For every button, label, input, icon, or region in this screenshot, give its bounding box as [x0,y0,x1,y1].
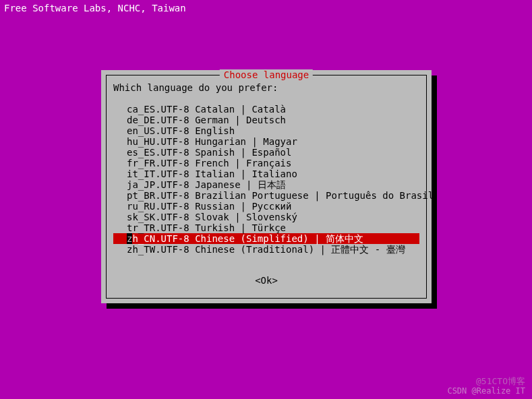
language-option[interactable]: sk_SK.UTF-8 Slovak | Slovenský [113,212,419,222]
language-option[interactable]: en_US.UTF-8 English [113,125,419,136]
language-option[interactable]: zh_TW.UTF-8 Chinese (Traditional) | 正體中文… [113,244,419,255]
dialog-title: Choose language [220,69,313,80]
dialog-border: Choose language Which language do you pr… [106,75,427,299]
watermark-csdn: CSDN @Realize IT [447,386,525,396]
dialog-prompt: Which language do you prefer: [113,82,278,93]
language-option[interactable]: hu_HU.UTF-8 Hungarian | Magyar [113,136,419,147]
header-text: Free Software Labs, NCHC, Taiwan [4,3,186,13]
language-dialog: Choose language Which language do you pr… [101,70,432,303]
language-option[interactable]: pt_BR.UTF-8 Brazilian Portuguese | Portu… [113,190,419,201]
language-option[interactable]: fr_FR.UTF-8 French | Français [113,158,419,168]
language-option[interactable]: ca_ES.UTF-8 Catalan | Català [113,104,419,115]
language-list[interactable]: ca_ES.UTF-8 Catalan | Catalàde_DE.UTF-8 … [113,104,419,255]
language-option[interactable]: de_DE.UTF-8 German | Deutsch [113,115,419,125]
language-option[interactable]: zh_CN.UTF-8 Chinese (Simplified) | 简体中文 [113,233,419,244]
language-option[interactable]: ja_JP.UTF-8 Japanese | 日本語 [113,179,419,190]
language-option[interactable]: es_ES.UTF-8 Spanish | Español [113,147,419,158]
language-option[interactable]: tr_TR.UTF-8 Turkish | Türkçe [113,222,419,233]
language-option[interactable]: ru_RU.UTF-8 Russian | Русский [113,201,419,212]
language-option[interactable]: it_IT.UTF-8 Italian | Italiano [113,168,419,179]
ok-button[interactable]: <Ok> [107,275,426,286]
